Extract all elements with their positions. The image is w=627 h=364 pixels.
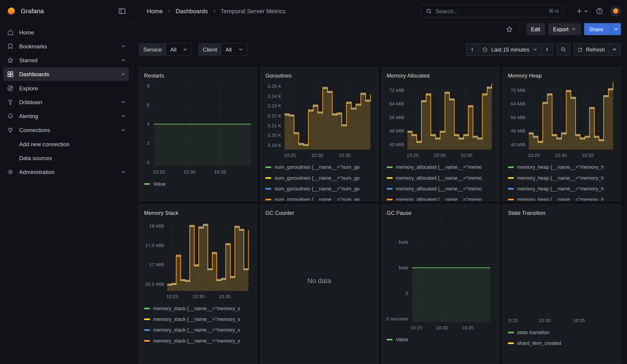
panel-restarts: Restarts 8642010:2510:3010:35Value: [139, 67, 257, 201]
legend-item[interactable]: memory_heap {__name__="memory_h: [508, 194, 616, 201]
chart-plot-area[interactable]: [529, 82, 616, 150]
y-axis-label: 48 MiB: [389, 128, 404, 134]
legend-label: memory_stack {__name__="memory_s: [153, 306, 240, 311]
legend-item[interactable]: memory_allocated {__name__="memo: [387, 172, 495, 183]
edit-button[interactable]: Edit: [526, 23, 545, 35]
chart-row: 72 MiB64 MiB56 MiB48 MiB40 MiB: [508, 82, 616, 150]
panel-title[interactable]: State Transition: [508, 208, 616, 218]
chart-plot-area[interactable]: [411, 219, 494, 322]
y-axis-label: 64 MiB: [389, 101, 404, 107]
search-input[interactable]: Search... ⌘+k: [421, 4, 564, 17]
legend-item[interactable]: memory_heap {__name__="memory_h: [508, 183, 616, 194]
chart-plot-area[interactable]: [167, 219, 252, 291]
legend-label: memory_heap {__name__="memory_h: [517, 186, 604, 192]
y-axis-label: 56 MiB: [511, 115, 525, 120]
help-button[interactable]: [596, 7, 603, 15]
legend-item[interactable]: memory_allocated {__name__="memo: [387, 162, 495, 172]
chart-plot-area[interactable]: [510, 219, 616, 315]
legend-item[interactable]: num_goroutines {__name__="num_go: [265, 172, 373, 183]
chart-plot-area[interactable]: [153, 82, 252, 166]
variable-client[interactable]: Client All: [198, 43, 247, 56]
legend-marker: [387, 339, 393, 340]
time-back-button[interactable]: [466, 43, 479, 56]
legend-item[interactable]: memory_allocated {__name__="memo: [387, 194, 495, 201]
sidebar-item-starred[interactable]: Starred: [3, 53, 129, 67]
share-button[interactable]: Share: [584, 23, 621, 35]
avatar[interactable]: [611, 6, 621, 16]
panel-title[interactable]: Restarts: [144, 71, 252, 81]
legend-item[interactable]: memory_heap {__name__="memory_h: [508, 172, 616, 183]
sidebar-item-home[interactable]: Home: [3, 26, 129, 39]
apps-icon: [6, 70, 14, 78]
x-axis: 10:2510:3010:35: [153, 168, 252, 176]
chart-row: 18 MiB17.5 MiB17 MiB16.5 MiB: [144, 219, 252, 291]
legend-item[interactable]: state transition: [508, 327, 616, 338]
legend-marker: [144, 308, 150, 309]
y-axis-label: 40 MiB: [389, 142, 404, 148]
sidebar-item-add-new-connection[interactable]: Add new connection: [3, 137, 129, 151]
legend-label: Value: [153, 181, 165, 187]
legend-item[interactable]: memory_stack {__name__="memory_s: [144, 303, 252, 313]
legend-item[interactable]: Value: [144, 178, 252, 189]
x-axis: 10:2510:3010:35: [411, 324, 494, 332]
sidebar-item-label: Connections: [19, 127, 116, 133]
time-range-picker[interactable]: Last 15 minutes: [478, 43, 541, 56]
sidebar-item-drilldown[interactable]: Drilldown: [3, 95, 129, 109]
sidebar-item-dashboards[interactable]: Dashboards: [3, 67, 129, 81]
sidebar-toggle-button[interactable]: [118, 7, 126, 15]
sidebar-item-explore[interactable]: Explore: [3, 81, 129, 95]
share-menu-button[interactable]: [611, 23, 621, 35]
panel-title[interactable]: Memory Stack: [144, 208, 252, 218]
chart-plot-area[interactable]: [408, 82, 495, 150]
panel-title[interactable]: GC Pause: [387, 208, 495, 218]
legend-item[interactable]: memory_allocated {__name__="memo: [387, 183, 495, 194]
x-axis-label: 10:30: [311, 153, 323, 158]
legend-item[interactable]: num_goroutines {__name__="num_go: [265, 183, 373, 194]
legend-item[interactable]: memory_stack {__name__="memory_s: [144, 335, 252, 346]
sidebar-item-bookmarks[interactable]: Bookmarks: [3, 40, 129, 53]
sidebar-item-data-sources[interactable]: Data sources: [3, 151, 129, 165]
divider: [519, 25, 520, 33]
legend-label: memory_allocated {__name__="memo: [396, 164, 482, 170]
chart-plot-area[interactable]: [285, 82, 373, 150]
export-button[interactable]: Export: [548, 23, 581, 35]
refresh-interval-button[interactable]: [608, 43, 621, 56]
sidebar-item-administration[interactable]: Administration: [3, 165, 129, 179]
y-axis: 3.25 K3.24 K3.23 K3.22 K3.21 K3.20 K3.19…: [265, 82, 285, 150]
legend-label: memory_heap {__name__="memory_h: [517, 164, 604, 170]
legend-item[interactable]: num_goroutines {__name__="num_go: [265, 162, 373, 172]
panel-title[interactable]: Memory Heap: [508, 71, 616, 81]
plus-icon: [576, 7, 583, 15]
legend-item[interactable]: num_goroutines {__name__="num_go: [265, 194, 373, 201]
export-label: Export: [553, 26, 568, 32]
brand[interactable]: Grafana: [6, 6, 44, 16]
legend-item[interactable]: memory_stack {__name__="memory_s: [144, 324, 252, 335]
legend-marker: [387, 166, 393, 168]
refresh-button[interactable]: Refresh: [573, 43, 608, 56]
sidebar-item-connections[interactable]: Connections: [3, 123, 129, 137]
grafana-logo: [6, 6, 16, 16]
legend-item[interactable]: Value: [387, 334, 495, 345]
time-forward-button[interactable]: [541, 43, 553, 56]
breadcrumb-dashboards[interactable]: Dashboards: [176, 7, 208, 14]
bookmark-icon: [6, 42, 14, 51]
panel-title[interactable]: Memory Allocated: [387, 71, 495, 81]
legend: num_goroutines {__name__="num_gonum_goro…: [265, 159, 373, 201]
y-axis: 72 MiB64 MiB56 MiB48 MiB40 MiB: [508, 82, 529, 150]
legend-item[interactable]: memory_heap {__name__="memory_h: [508, 162, 616, 172]
legend-marker: [508, 177, 514, 179]
panel-title[interactable]: GC Counter: [265, 208, 373, 218]
favorite-button[interactable]: [506, 25, 513, 33]
new-button[interactable]: [576, 7, 588, 15]
legend-item[interactable]: shard_item_created: [508, 338, 616, 349]
legend-marker: [387, 177, 393, 179]
zoom-out-button[interactable]: [557, 43, 570, 56]
y-axis-label: 48 MiB: [511, 128, 525, 134]
legend-label: shard_item_created: [517, 340, 561, 346]
breadcrumb-home[interactable]: Home: [147, 7, 163, 14]
legend-item[interactable]: memory_stack {__name__="memory_s: [144, 314, 252, 324]
variable-service[interactable]: Service All: [139, 43, 192, 56]
legend: state transitionshard_item_created: [508, 324, 616, 349]
sidebar-item-alerting[interactable]: Alerting: [3, 109, 129, 123]
panel-title[interactable]: Goroutines: [265, 71, 373, 81]
